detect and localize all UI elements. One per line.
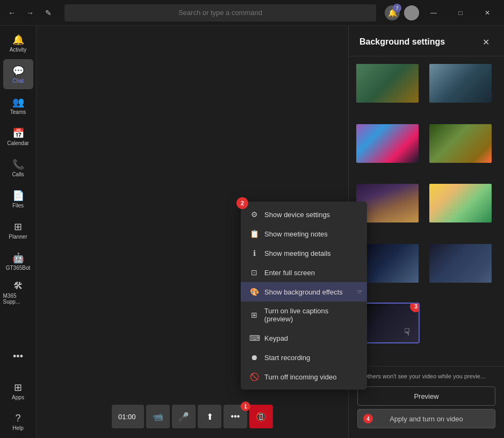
bg-thumb-galaxy-img bbox=[356, 124, 419, 163]
step4-badge: 4 bbox=[363, 414, 373, 423]
maximize-button[interactable]: □ bbox=[448, 4, 473, 21]
menu-item-live-captions[interactable]: ⊞ Turn on live captions (preview) bbox=[241, 301, 367, 328]
sidebar-m365supp-label: M365 Supp... bbox=[3, 293, 33, 305]
menu-item-label: Show meeting notes bbox=[264, 230, 328, 238]
calendar-icon: 📅 bbox=[12, 127, 24, 139]
bg-thumb-mountain[interactable] bbox=[428, 63, 493, 104]
sidebar-item-activity[interactable]: 🔔 Activity bbox=[3, 28, 33, 58]
cursor-hand: ☟ bbox=[404, 326, 410, 338]
sidebar-files-label: Files bbox=[12, 203, 24, 209]
sidebar-planner-label: Planner bbox=[9, 234, 27, 240]
notification-area[interactable]: 🔔 7 bbox=[385, 5, 400, 20]
sidebar-item-files[interactable]: 📄 Files bbox=[3, 184, 33, 214]
titlebar-right: 🔔 7 — □ ✕ bbox=[385, 4, 500, 21]
activity-icon: 🔔 bbox=[12, 34, 24, 46]
menu-item-start-recording[interactable]: ⏺ Start recording bbox=[241, 348, 367, 367]
menu-item-label: Show background effects bbox=[264, 288, 343, 296]
compose-button[interactable]: ✎ bbox=[41, 5, 56, 20]
bg-panel-close-button[interactable]: ✕ bbox=[478, 34, 493, 49]
more-icon: ••• bbox=[13, 351, 23, 362]
menu-item-label: Turn off incoming video bbox=[264, 373, 336, 381]
forward-button[interactable]: → bbox=[23, 5, 38, 20]
sidebar-gt365bot-label: GT365Bot bbox=[6, 265, 31, 271]
back-button[interactable]: ← bbox=[4, 5, 19, 20]
menu-item-fullscreen[interactable]: ⊡ Enter full screen bbox=[241, 263, 367, 282]
step1-badge: 1 bbox=[241, 401, 250, 411]
bg-panel-header: Background settings ✕ bbox=[349, 26, 504, 56]
help-icon: ? bbox=[15, 413, 20, 424]
bg-thumb-landscape-img bbox=[429, 184, 492, 222]
more-button[interactable]: ••• 1 bbox=[224, 405, 247, 428]
sidebar-item-gt365bot[interactable]: 🤖 GT365Bot bbox=[3, 246, 33, 276]
calls-icon: 📞 bbox=[12, 159, 24, 170]
menu-item-meeting-details[interactable]: ℹ Show meeting details bbox=[241, 243, 367, 263]
menu-item-meeting-notes[interactable]: 📋 Show meeting notes bbox=[241, 224, 367, 243]
bg-thumb-stadium-img bbox=[429, 244, 492, 283]
sidebar-item-teams[interactable]: 👥 Teams bbox=[3, 90, 33, 120]
info-text: Others won't see your video while you pr… bbox=[363, 373, 485, 379]
avatar[interactable] bbox=[404, 5, 419, 20]
start-recording-icon: ⏺ bbox=[249, 353, 259, 362]
mic-icon: 🎤 bbox=[178, 412, 189, 422]
bg-thumb-galaxy[interactable] bbox=[355, 123, 420, 164]
m365supp-icon: 🛠 bbox=[13, 281, 23, 292]
preview-button[interactable]: Preview bbox=[357, 386, 495, 406]
bg-panel-title: Background settings bbox=[359, 37, 445, 47]
sidebar-chat-label: Chat bbox=[12, 78, 24, 84]
menu-item-label: Enter full screen bbox=[264, 269, 315, 277]
bg-thumb-landscape[interactable] bbox=[428, 183, 493, 224]
menu-item-turn-off-video[interactable]: 🚫 Turn off incoming video bbox=[241, 367, 367, 386]
share-icon: ⬆ bbox=[206, 412, 213, 422]
sidebar-item-calls[interactable]: 📞 Calls bbox=[3, 153, 33, 183]
bg-panel-footer: ℹ Others won't see your video while you … bbox=[349, 366, 504, 438]
main-layout: 🔔 Activity 💬 Chat 👥 Teams 📅 Calendar 📞 C… bbox=[0, 26, 504, 438]
chat-icon: 💬 bbox=[12, 65, 24, 77]
teams-icon: 👥 bbox=[12, 96, 24, 108]
sidebar-item-apps[interactable]: ⊞ Apps bbox=[3, 376, 33, 406]
sidebar-teams-label: Teams bbox=[10, 109, 26, 115]
menu-item-label: Show device settings bbox=[264, 211, 330, 219]
bg-thumbnails-grid: 3 ☟ bbox=[349, 56, 504, 366]
share-button[interactable]: ⬆ bbox=[198, 405, 221, 428]
keypad-icon: ⌨ bbox=[249, 334, 259, 342]
menu-item-bg-effects[interactable]: 🎨 Show background effects ☞ bbox=[241, 282, 367, 301]
sidebar-calls-label: Calls bbox=[12, 171, 24, 177]
apply-button[interactable]: 4 Apply and turn on video bbox=[357, 409, 495, 428]
bg-thumb-mountain-img bbox=[429, 64, 492, 103]
titlebar: ← → ✎ 🔔 7 — □ ✕ bbox=[0, 0, 504, 26]
bg-thumb-forest2[interactable] bbox=[428, 123, 493, 164]
nav-controls: ← → ✎ bbox=[4, 5, 56, 20]
bg-effects-icon: 🎨 bbox=[249, 288, 259, 296]
device-settings-icon: ⚙ bbox=[249, 210, 259, 219]
turn-off-video-icon: 🚫 bbox=[249, 372, 259, 381]
sidebar-item-help[interactable]: ? Help bbox=[3, 407, 33, 437]
minimize-button[interactable]: — bbox=[421, 4, 446, 21]
more-icon: ••• bbox=[231, 412, 240, 421]
end-call-icon: 📵 bbox=[256, 412, 267, 422]
sidebar-item-chat[interactable]: 💬 Chat bbox=[3, 59, 33, 89]
planner-icon: ⊞ bbox=[14, 221, 22, 233]
search-input[interactable] bbox=[64, 4, 376, 21]
meeting-notes-icon: 📋 bbox=[249, 229, 259, 238]
cursor-indicator: ☞ bbox=[357, 288, 363, 296]
info-row: ℹ Others won't see your video while you … bbox=[357, 373, 495, 381]
gt365bot-icon: 🤖 bbox=[12, 252, 24, 264]
sidebar-item-calendar[interactable]: 📅 Calendar bbox=[3, 121, 33, 152]
menu-item-device-settings[interactable]: ⚙ Show device settings bbox=[241, 205, 367, 224]
close-button[interactable]: ✕ bbox=[475, 4, 500, 21]
end-call-button[interactable]: 📵 bbox=[249, 405, 273, 428]
menu-item-keypad[interactable]: ⌨ Keypad bbox=[241, 328, 367, 348]
step2-badge: 2 bbox=[236, 197, 248, 209]
bg-thumb-forest[interactable] bbox=[355, 63, 420, 104]
notification-badge: 7 bbox=[393, 4, 401, 12]
sidebar-item-more[interactable]: ••• bbox=[3, 341, 33, 371]
bg-thumb-stadium[interactable] bbox=[428, 243, 493, 284]
menu-item-label: Start recording bbox=[264, 354, 310, 362]
sidebar-item-planner[interactable]: ⊞ Planner bbox=[3, 215, 33, 245]
apply-label: Apply and turn on video bbox=[390, 415, 463, 423]
mic-button[interactable]: 🎤 bbox=[172, 405, 196, 428]
video-button[interactable]: 📹 bbox=[146, 405, 170, 428]
sidebar-item-m365supp[interactable]: 🛠 M365 Supp... bbox=[3, 277, 33, 307]
bg-thumb-forest-img bbox=[356, 64, 419, 103]
sidebar-apps-label: Apps bbox=[12, 394, 24, 400]
